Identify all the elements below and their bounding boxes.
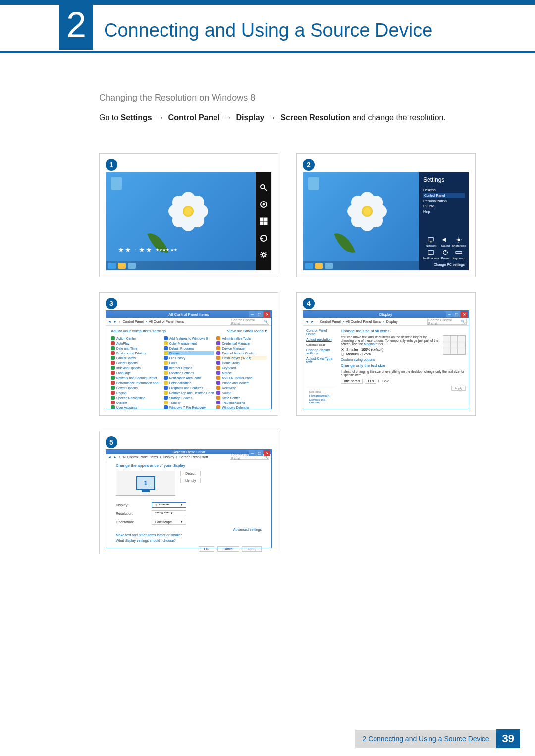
devices-icon[interactable] [260,234,268,242]
taskbar[interactable] [106,261,256,270]
breadcrumb[interactable]: Control Panel [122,320,143,323]
control-panel-item[interactable]: Indexing Options [111,366,161,370]
window-titlebar[interactable]: Screen Resolution ─ ▢ ✕ [106,450,271,454]
back-icon[interactable]: ◄ [305,320,309,323]
breadcrumb[interactable]: Display [163,455,174,459]
breadcrumb[interactable]: Control Panel [320,320,340,323]
taskbar[interactable] [303,261,419,270]
control-panel-item[interactable]: User Accounts [111,405,161,409]
control-panel-item[interactable]: Color Management [164,341,214,345]
address-bar[interactable]: ◄ ► ↑ Control Panel › All Control Panel … [106,318,271,326]
control-panel-home-link[interactable]: Control Panel Home [306,329,335,336]
control-panel-item[interactable]: Administrative Tools [216,336,267,340]
settings-icon[interactable] [260,251,268,259]
window-titlebar[interactable]: Display ─ ▢ ✕ [303,311,469,318]
control-panel-item[interactable]: Mouse [216,371,267,375]
settings-link-control-panel[interactable]: Control Panel [423,193,465,198]
breadcrumb[interactable]: Display [386,320,398,323]
detect-button[interactable]: Detect [180,471,201,476]
breadcrumb[interactable]: Screen Resolution [179,455,208,459]
taskbar-explorer-icon[interactable] [118,263,126,269]
close-icon[interactable]: ✕ [264,311,270,317]
control-panel-item[interactable]: Date and Time [111,346,161,350]
minimize-icon[interactable]: ─ [249,450,256,456]
control-panel-item[interactable]: Troubleshooting [216,401,267,404]
breadcrumb[interactable]: All Control Panel Items [149,320,184,323]
search-icon[interactable] [260,184,268,192]
control-panel-item[interactable]: Internet Options [164,366,214,370]
what-settings-link[interactable]: What display settings should I choose? [116,539,262,542]
taskbar-ie-icon[interactable] [305,263,313,269]
display-select[interactable]: 1. ******** ▾ [152,502,186,508]
control-panel-item[interactable]: Windows 7 File Recovery [164,405,214,409]
magnifier-link[interactable]: Magnifier [364,342,377,346]
adjust-resolution-link[interactable]: Adjust resolution [306,338,335,341]
control-panel-item[interactable]: Devices and Printers [111,351,161,355]
advanced-settings-link[interactable]: Advanced settings [116,528,262,531]
taskbar-ie-icon[interactable] [108,263,116,269]
cancel-button[interactable]: Cancel [217,546,239,552]
taskbar-app-icon[interactable] [325,263,333,269]
monitor-icon[interactable]: 1 [136,476,155,490]
power-icon[interactable]: Power [441,249,450,260]
radio-smaller[interactable]: Smaller - 100% (default) [341,348,440,351]
control-panel-item[interactable]: Credential Manager [216,341,267,345]
back-icon[interactable]: ◄ [108,455,111,459]
control-panel-item[interactable]: Flash Player (32-bit) [216,356,267,360]
radio-medium[interactable]: Medium - 125% [341,353,440,356]
control-panel-item[interactable]: Family Safety [111,356,161,360]
control-panel-item[interactable]: Speech Recognition [111,396,161,400]
minimize-icon[interactable]: ─ [446,311,453,317]
control-panel-item[interactable]: Storage Spaces [164,396,214,400]
apply-button[interactable]: Apply [242,546,262,552]
window-titlebar[interactable]: All Control Panel Items ─ ▢ ✕ [106,311,271,318]
back-icon[interactable]: ◄ [108,320,111,323]
breadcrumb[interactable]: All Control Panel Items [122,455,158,459]
breadcrumb[interactable]: All Control Panel Items [346,320,381,323]
change-pc-settings-link[interactable]: Change PC settings [423,263,465,266]
control-panel-item[interactable]: Sync Center [216,396,267,400]
control-panel-item[interactable]: File History [164,356,214,360]
settings-link-pc-info[interactable]: PC info [423,203,465,209]
search-input[interactable]: Search Control Panel🔍 [427,319,467,325]
up-icon[interactable]: ↑ [119,455,121,459]
control-panel-item[interactable]: Add features to Windows 8 [164,336,214,340]
start-icon[interactable] [260,217,268,225]
control-panel-item[interactable]: AutoPlay [111,341,161,345]
control-panel-item[interactable]: Recovery [216,386,267,390]
see-also-personalization[interactable]: Personalization [309,394,332,397]
settings-link-desktop[interactable]: Desktop [423,187,465,193]
adjust-cleartype-link[interactable]: Adjust ClearType text [306,357,335,364]
control-panel-item[interactable]: Programs and Features [164,386,214,390]
control-panel-item[interactable]: Fonts [164,361,214,365]
change-display-settings-link[interactable]: Change display settings [306,348,335,355]
recycle-bin-icon[interactable] [308,177,319,190]
text-item-select[interactable]: Title bars ▾ [341,379,363,384]
control-panel-item[interactable]: Sound [216,391,267,395]
control-panel-item[interactable]: Default Programs [164,346,214,350]
apply-button[interactable]: Apply [451,386,466,391]
control-panel-item[interactable]: Network and Sharing Center [111,376,161,380]
resolution-select[interactable]: **** × **** ▾ [152,510,186,516]
control-panel-item[interactable]: Display [164,351,214,355]
close-icon[interactable]: ✕ [461,311,468,317]
network-icon[interactable]: Network [423,236,439,247]
control-panel-item[interactable]: Ease of Access Center [216,351,267,355]
control-panel-item[interactable]: Taskbar [164,401,214,404]
maximize-icon[interactable]: ▢ [453,311,460,317]
sound-icon[interactable]: Sound [441,236,450,247]
control-panel-item[interactable]: Notification Area Icons [164,376,214,380]
close-icon[interactable]: ✕ [264,450,270,456]
settings-link-help[interactable]: Help [423,209,465,214]
make-text-larger-link[interactable]: Make text and other items larger or smal… [116,533,262,537]
control-panel-item[interactable]: HomeGroup [216,361,267,365]
keyboard-icon[interactable]: Keyboard [452,249,466,260]
display-arrangement-preview[interactable]: 1 [116,471,175,496]
control-panel-item[interactable]: Windows Defender [216,405,267,409]
settings-link-personalization[interactable]: Personalization [423,198,465,203]
share-icon[interactable] [260,201,268,208]
up-icon[interactable]: ↑ [119,320,121,323]
control-panel-item[interactable]: Power Options [111,386,161,390]
notifications-icon[interactable]: Notifications [423,249,439,260]
maximize-icon[interactable]: ▢ [256,450,263,456]
